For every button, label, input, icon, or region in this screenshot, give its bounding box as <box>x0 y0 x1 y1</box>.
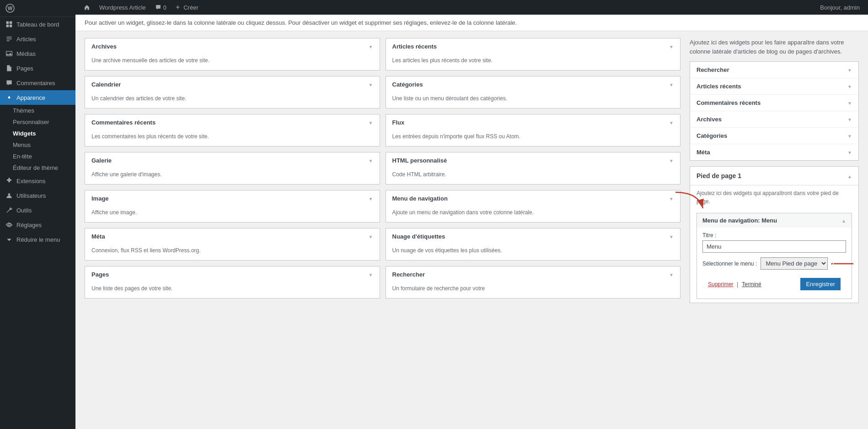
sidebar-item-tableau[interactable]: Tableau de bord <box>0 17 75 32</box>
admin-bar-user[interactable]: Bonjour, admin <box>815 4 864 11</box>
pied-action-links: Supprimer | Terminé <box>708 281 761 288</box>
widget-card-header[interactable]: Commentaires récents <box>85 114 380 130</box>
widget-title: Pages <box>91 271 109 278</box>
sidebar-item-editeur[interactable]: Éditeur de thème <box>0 162 75 174</box>
sidebar-item-themes[interactable]: Thèmes <box>0 105 75 116</box>
sidebar-item-reduire[interactable]: Réduire le menu <box>0 232 75 247</box>
widgets-left: Archives Une archive mensuelle des artic… <box>85 38 690 303</box>
comment-icon <box>155 4 161 11</box>
svg-rect-5 <box>10 25 12 27</box>
pied-nav-body: Titre : Sélectionner le menu : Menu Pied… <box>697 228 852 299</box>
widget-card-header[interactable]: Flux <box>386 114 680 130</box>
chevron-down-icon <box>369 271 373 278</box>
enregistrer-button[interactable]: Enregistrer <box>800 278 841 290</box>
sidebar-widget-name: Rechercher <box>697 66 729 73</box>
widget-title: Rechercher <box>392 271 425 278</box>
widget-card-header[interactable]: Image <box>85 190 380 206</box>
sidebar-item-outils[interactable]: Outils <box>0 203 75 217</box>
sidebar-widget-articles-recents: Articles récents <box>690 78 858 95</box>
sidebar-logo: W <box>0 0 75 17</box>
supprimer-link[interactable]: Supprimer <box>708 281 733 288</box>
utilisateurs-icon <box>5 192 13 199</box>
chevron-down-icon <box>847 66 852 73</box>
sidebar-widget-name: Archives <box>697 116 722 123</box>
sidebar-item-menus[interactable]: Menus <box>0 139 75 151</box>
chevron-down-icon <box>669 119 674 126</box>
widget-card-calendrier: Calendrier Un calendrier des articles de… <box>85 76 380 109</box>
widget-card-header[interactable]: Nuage d'étiquettes <box>386 228 680 244</box>
widget-card-header[interactable]: Articles récents <box>386 38 680 54</box>
widget-card-header[interactable]: Méta <box>85 228 380 244</box>
widget-card-header[interactable]: Rechercher <box>386 266 680 282</box>
widget-card-header[interactable]: Pages <box>85 266 380 282</box>
widget-desc: Code HTML arbitraire. <box>386 168 680 184</box>
widget-card-header[interactable]: Menu de navigation <box>386 190 680 206</box>
sidebar-item-extensions[interactable]: Extensions <box>0 174 75 188</box>
chevron-down-icon <box>847 149 852 156</box>
pied-de-page-section: Pied de page 1 Ajoutez ici des widgets q… <box>690 166 859 303</box>
extensions-icon <box>5 177 13 185</box>
sidebar-widget-categories: Catégories <box>690 128 858 144</box>
sidebar-submenu-apparence: Thèmes Personnaliser Widgets Menus En-tê… <box>0 105 75 174</box>
widget-card-articles-recents: Articles récents Les articles les plus r… <box>386 38 681 71</box>
admin-bar-site[interactable]: Wordpress Article <box>95 0 150 15</box>
widget-title: Articles récents <box>392 43 437 50</box>
widget-card-header[interactable]: Archives <box>85 38 380 54</box>
widget-card-pages: Pages Une liste des pages de votre site. <box>85 266 380 299</box>
sidebar-item-label: Outils <box>16 207 32 214</box>
widget-desc: Affiche une galerie d'images. <box>85 168 380 184</box>
sidebar-item-apparence[interactable]: Apparence <box>0 90 75 105</box>
sidebar-item-articles[interactable]: Articles <box>0 32 75 46</box>
pied-nav-header[interactable]: Menu de navigation: Menu <box>697 213 852 228</box>
menu-select[interactable]: Menu Pied de page <box>761 257 828 270</box>
pied-header[interactable]: Pied de page 1 <box>690 167 858 185</box>
widget-card-archives: Archives Une archive mensuelle des artic… <box>85 38 380 71</box>
widgets-right: Ajoutez ici des widgets pour les faire a… <box>690 38 859 303</box>
widget-card-commentaires-recents: Commentaires récents Les commentaires le… <box>85 114 380 147</box>
sidebar-item-commentaires[interactable]: Commentaires <box>0 76 75 90</box>
titre-label: Titre : <box>702 232 846 239</box>
sidebar-widget-rechercher: Rechercher <box>690 62 858 78</box>
termine-link[interactable]: Terminé <box>742 281 761 288</box>
info-bar: Pour activer un widget, glissez-le dans … <box>75 15 868 31</box>
sidebar-item-utilisateurs[interactable]: Utilisateurs <box>0 188 75 203</box>
widget-card-header[interactable]: HTML personnalisé <box>386 152 680 168</box>
widget-card-categories: Catégories Une liste ou un menu déroulan… <box>386 76 681 109</box>
svg-rect-4 <box>6 25 9 27</box>
sidebar-item-medias[interactable]: Médias <box>0 46 75 61</box>
content-area: Archives Une archive mensuelle des artic… <box>75 31 868 310</box>
titre-input[interactable] <box>702 240 846 253</box>
reglages-icon <box>5 221 13 228</box>
svg-rect-6 <box>6 51 12 56</box>
sidebar-item-reglages[interactable]: Réglages <box>0 217 75 232</box>
widget-card-header[interactable]: Catégories <box>386 76 680 92</box>
sidebar-widget-name: Articles récents <box>697 83 741 90</box>
pied-title: Pied de page 1 <box>697 172 741 179</box>
chevron-down-icon <box>669 157 674 164</box>
chevron-down-icon <box>669 81 674 88</box>
sidebar-item-widgets[interactable]: Widgets <box>0 128 75 139</box>
chevron-up-icon <box>841 217 846 224</box>
widget-card-html: HTML personnalisé Code HTML arbitraire. <box>386 152 681 185</box>
sidebar-item-label: Pages <box>16 65 33 72</box>
sidebar-item-pages[interactable]: Pages <box>0 61 75 76</box>
widget-card-header[interactable]: Galerie <box>85 152 380 168</box>
widget-desc: Les articles les plus récents de votre s… <box>386 54 680 70</box>
admin-bar-create[interactable]: + Créer <box>171 0 203 15</box>
widget-title: Archives <box>91 43 117 50</box>
admin-bar-site-name: Wordpress Article <box>99 4 146 11</box>
widget-desc: Un formulaire de recherche pour votre <box>386 282 680 298</box>
sidebar-item-personnaliser[interactable]: Personnaliser <box>0 116 75 128</box>
sidebar-widget-name: Catégories <box>697 132 727 139</box>
widget-title: Méta <box>91 233 105 240</box>
sidebar-item-label: Commentaires <box>16 80 55 87</box>
widget-title: Nuage d'étiquettes <box>392 233 445 240</box>
admin-bar-comments[interactable]: 0 <box>150 0 171 15</box>
sidebar-item-entete[interactable]: En-tête <box>0 151 75 162</box>
link-separator: | <box>737 281 738 288</box>
widget-title: Menu de navigation <box>392 195 448 202</box>
widget-card-header[interactable]: Calendrier <box>85 76 380 92</box>
sidebar-widget-area: Rechercher Articles récents Commentaires… <box>690 61 859 161</box>
admin-bar-home[interactable] <box>79 0 95 15</box>
svg-text:W: W <box>8 5 13 11</box>
